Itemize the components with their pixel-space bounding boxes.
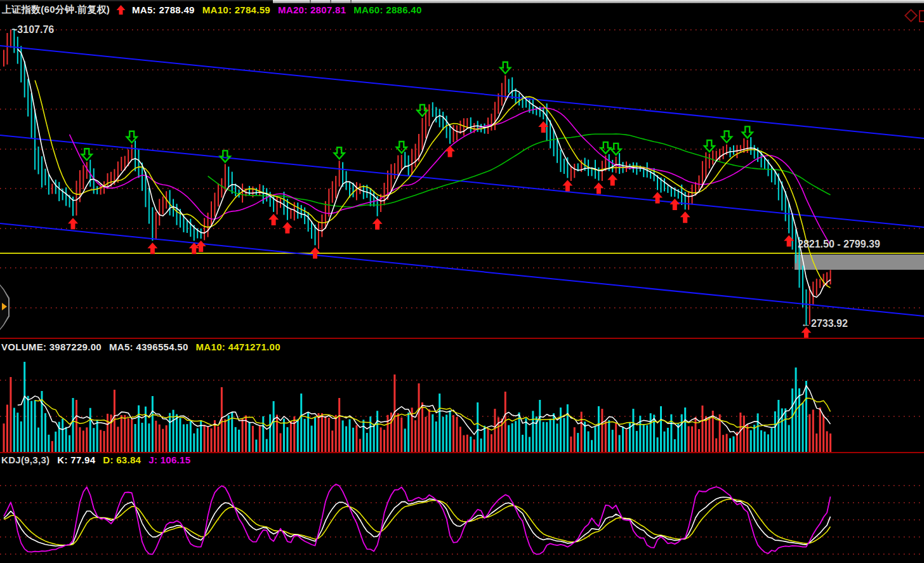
volume-value: VOLUME: 3987229.00 — [1, 341, 102, 352]
scrollbar-notch — [330, 0, 331, 3]
ma5-value: MA5: 2788.49 — [132, 4, 195, 15]
kdj-k-value: K: 77.94 — [57, 454, 95, 465]
low-price-annotation: ←2733.92 — [801, 318, 848, 329]
volume-ma5-value: MA5: 4396554.50 — [109, 341, 188, 352]
scrollbar-notch — [350, 0, 352, 3]
gap-range-annotation: 2821.50 - 2799.39 — [798, 239, 880, 250]
kdj-d-value: D: 63.84 — [103, 454, 141, 465]
main-chart-header: 上证指数(60分钟.前复权) MA5: 2788.49 MA10: 2784.5… — [2, 4, 422, 16]
kdj-header: KDJ(9,3,3) K: 77.94 D: 63.84 J: 106.15 — [1, 454, 190, 465]
kdj-j-value: J: 106.15 — [148, 454, 190, 465]
top-scrollbar[interactable] — [273, 0, 924, 3]
scrollbar-notch — [310, 0, 311, 3]
high-price-annotation: ~3107.76 — [11, 24, 54, 36]
volume-ma10-value: MA10: 4471271.00 — [196, 341, 280, 352]
ma60-value: MA60: 2886.40 — [353, 4, 421, 15]
chart-title: 上证指数(60分钟.前复权) — [2, 4, 110, 16]
top-edge-line — [0, 0, 273, 1]
signal-up-arrow-icon — [116, 4, 126, 15]
expand-arrow-icon — [2, 303, 7, 310]
ma20-value: MA20: 2807.81 — [278, 4, 346, 15]
chart-canvas[interactable] — [0, 0, 924, 563]
edge-partial-icon[interactable] — [919, 10, 924, 22]
ma10-value: MA10: 2784.59 — [202, 4, 270, 15]
kdj-name: KDJ(9,3,3) — [1, 454, 50, 465]
stock-chart-app: 上证指数(60分钟.前复权) MA5: 2788.49 MA10: 2784.5… — [0, 0, 924, 563]
volume-header: VOLUME: 3987229.00 MA5: 4396554.50 MA10:… — [1, 341, 280, 352]
